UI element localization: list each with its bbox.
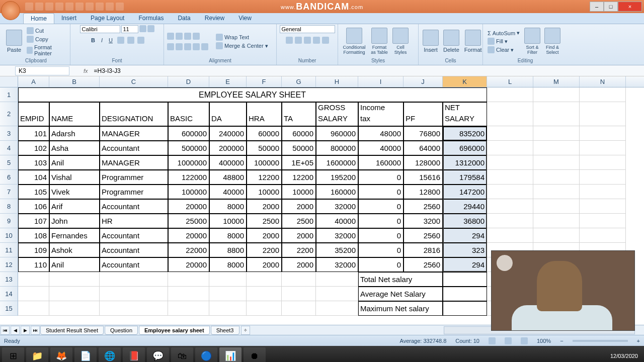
data-cell[interactable]: 696000 bbox=[443, 141, 487, 155]
data-cell[interactable]: 323 bbox=[443, 243, 487, 257]
sort-filter-button[interactable]: Sort & Filter bbox=[524, 44, 541, 55]
data-cell[interactable]: 960000 bbox=[316, 126, 358, 141]
data-cell[interactable]: 179584 bbox=[443, 170, 487, 185]
header-cell[interactable]: NETSALARY bbox=[443, 102, 487, 126]
data-cell[interactable]: 128000 bbox=[404, 155, 443, 170]
cell[interactable] bbox=[580, 102, 626, 126]
col-header-n[interactable]: N bbox=[580, 76, 626, 87]
tab-data[interactable]: Data bbox=[171, 13, 197, 24]
data-cell[interactable]: 2500 bbox=[282, 214, 316, 228]
qat-redo-icon[interactable] bbox=[45, 3, 53, 11]
header-cell[interactable]: GROSSSALARY bbox=[316, 102, 358, 126]
row-header[interactable]: 9 bbox=[0, 214, 18, 228]
data-cell[interactable]: 64000 bbox=[404, 141, 443, 155]
cell[interactable] bbox=[18, 301, 49, 316]
qat-button[interactable] bbox=[75, 3, 84, 11]
cell[interactable] bbox=[487, 126, 533, 141]
qat-save-icon[interactable] bbox=[25, 3, 33, 11]
summary-label[interactable]: Average Net Salary bbox=[358, 287, 443, 301]
data-cell[interactable]: 2200 bbox=[282, 243, 316, 257]
align-bottom-icon[interactable] bbox=[184, 33, 191, 40]
insert-button[interactable]: Insert bbox=[422, 46, 439, 53]
cell[interactable] bbox=[487, 185, 533, 199]
increase-decimal-icon[interactable] bbox=[313, 37, 320, 44]
cell[interactable] bbox=[247, 301, 282, 316]
office-button[interactable] bbox=[1, 1, 20, 20]
cell[interactable] bbox=[533, 228, 580, 243]
row-header[interactable]: 5 bbox=[0, 155, 18, 170]
data-cell[interactable]: 400000 bbox=[209, 155, 247, 170]
cell[interactable] bbox=[168, 272, 209, 287]
data-cell[interactable]: 600000 bbox=[168, 126, 209, 141]
bold-button[interactable]: B bbox=[90, 37, 97, 44]
summary-label[interactable]: Maximum Net salary bbox=[358, 301, 443, 316]
data-cell[interactable]: 101 bbox=[18, 126, 49, 141]
store-icon[interactable]: 🛍 bbox=[171, 347, 193, 362]
data-cell[interactable]: 2200 bbox=[247, 243, 282, 257]
col-header-i[interactable]: I bbox=[358, 76, 404, 87]
wrap-text-button[interactable]: Wrap Text bbox=[214, 33, 270, 41]
data-cell[interactable]: 60000 bbox=[282, 126, 316, 141]
header-cell[interactable]: NAME bbox=[49, 102, 100, 126]
cell[interactable] bbox=[580, 228, 626, 243]
cell[interactable] bbox=[533, 102, 580, 126]
row-header[interactable]: 1 bbox=[0, 87, 18, 102]
title-cell[interactable]: EMPLOYEE SALARY SHEET bbox=[18, 87, 487, 102]
data-cell[interactable]: 12200 bbox=[247, 170, 282, 185]
cell[interactable] bbox=[209, 287, 247, 301]
data-cell[interactable]: 48800 bbox=[209, 170, 247, 185]
data-cell[interactable]: 40000 bbox=[316, 214, 358, 228]
header-cell[interactable]: DA bbox=[209, 102, 247, 126]
data-cell[interactable]: 20000 bbox=[168, 228, 209, 243]
cell[interactable] bbox=[533, 87, 580, 102]
data-cell[interactable]: Accountant bbox=[100, 228, 168, 243]
cell[interactable] bbox=[168, 301, 209, 316]
col-header-m[interactable]: M bbox=[533, 76, 580, 87]
cell[interactable] bbox=[100, 301, 168, 316]
data-cell[interactable]: 160000 bbox=[316, 185, 358, 199]
qat-button[interactable] bbox=[86, 3, 94, 11]
cell[interactable] bbox=[168, 287, 209, 301]
data-cell[interactable]: 40000 bbox=[209, 185, 247, 199]
data-cell[interactable]: 107 bbox=[18, 214, 49, 228]
libreoffice-icon[interactable]: 📄 bbox=[74, 347, 97, 362]
paste-icon[interactable] bbox=[6, 30, 22, 46]
data-cell[interactable]: MANAGER bbox=[100, 126, 168, 141]
data-cell[interactable]: 1600000 bbox=[316, 155, 358, 170]
qat-undo-icon[interactable] bbox=[35, 3, 43, 11]
data-cell[interactable]: Accountant bbox=[100, 243, 168, 257]
data-cell[interactable]: 20000 bbox=[168, 199, 209, 214]
header-cell[interactable]: Incometax bbox=[358, 102, 404, 126]
row-header[interactable]: 6 bbox=[0, 170, 18, 185]
cell[interactable] bbox=[580, 141, 626, 155]
new-sheet-button[interactable]: ✧ bbox=[241, 326, 250, 335]
data-cell[interactable]: 76800 bbox=[404, 126, 443, 141]
cell[interactable] bbox=[443, 287, 487, 301]
excel-icon[interactable]: 📊 bbox=[219, 347, 242, 362]
data-cell[interactable]: 160000 bbox=[358, 155, 404, 170]
data-cell[interactable]: 100000 bbox=[168, 185, 209, 199]
data-cell[interactable]: 2816 bbox=[404, 243, 443, 257]
data-cell[interactable]: 32000 bbox=[316, 199, 358, 214]
data-cell[interactable]: 10000 bbox=[282, 185, 316, 199]
sort-filter-icon[interactable] bbox=[524, 28, 540, 44]
row-header[interactable]: 10 bbox=[0, 228, 18, 243]
align-right-icon[interactable] bbox=[184, 43, 191, 50]
data-cell[interactable]: 1000000 bbox=[168, 155, 209, 170]
tab-review[interactable]: Review bbox=[198, 13, 231, 24]
align-center-icon[interactable] bbox=[176, 43, 183, 50]
data-cell[interactable]: 40000 bbox=[358, 141, 404, 155]
data-cell[interactable]: 105 bbox=[18, 185, 49, 199]
cell[interactable] bbox=[533, 126, 580, 141]
cell[interactable] bbox=[100, 287, 168, 301]
currency-icon[interactable] bbox=[286, 37, 293, 44]
data-cell[interactable]: 1E+05 bbox=[282, 155, 316, 170]
fill-button[interactable]: Fill ▾ bbox=[486, 37, 521, 45]
zoom-level[interactable]: 100% bbox=[537, 338, 551, 344]
cut-button[interactable]: Cut bbox=[25, 27, 67, 35]
sheet-tab[interactable]: Question bbox=[105, 326, 138, 335]
cell[interactable] bbox=[580, 126, 626, 141]
cell[interactable] bbox=[282, 301, 316, 316]
sheet-nav-prev[interactable]: ◀ bbox=[11, 326, 20, 335]
header-cell[interactable]: EMPID bbox=[18, 102, 49, 126]
